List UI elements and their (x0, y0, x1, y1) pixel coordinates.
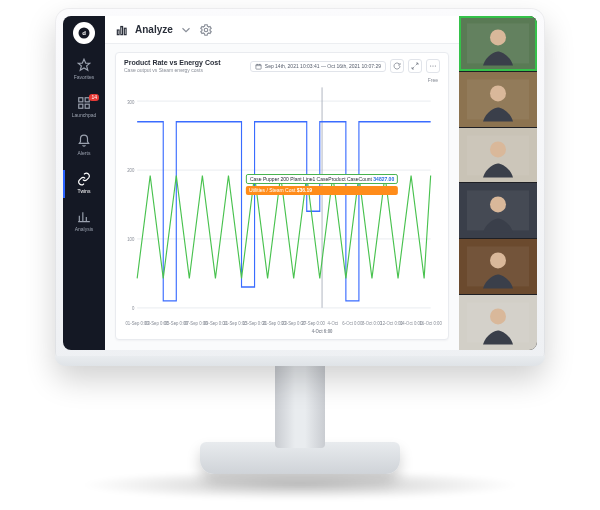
svg-rect-11 (256, 64, 261, 69)
monitor-frame: d Favorites 14 Launchpad (55, 8, 545, 366)
nav-alerts[interactable]: Alerts (63, 130, 105, 162)
app-root: d Favorites 14 Launchpad (63, 16, 537, 350)
video-tile[interactable] (459, 71, 537, 127)
legend-free-label: Free (428, 77, 438, 83)
svg-point-16 (435, 65, 436, 66)
nav-label: Favorites (74, 74, 95, 80)
svg-text:8-Oct 0:00: 8-Oct 0:00 (362, 321, 382, 327)
nav-label: Analysis (75, 226, 94, 232)
video-participants-panel (459, 16, 537, 350)
tooltip-series2-value: $36.19 (297, 187, 312, 193)
chart-tooltip: Case Pupper 200 Plant Line1 CaseProduct … (246, 174, 398, 195)
svg-point-60 (490, 309, 506, 325)
video-tile[interactable] (459, 238, 537, 294)
monitor-stand-neck (275, 362, 325, 448)
screen: d Favorites 14 Launchpad (63, 16, 537, 350)
more-button[interactable] (426, 59, 440, 73)
bell-icon (77, 134, 91, 148)
analyze-icon (115, 23, 129, 37)
nav-analysis[interactable]: Analysis (63, 206, 105, 238)
nav-label: Launchpad (72, 112, 97, 118)
star-icon (77, 58, 91, 72)
chart-area[interactable]: Free 010020030001-Sep 0:0003-Sep 0:0005-… (120, 75, 444, 335)
svg-text:16-Oct 0:00: 16-Oct 0:00 (419, 321, 442, 327)
svg-point-51 (490, 141, 506, 157)
video-tile[interactable] (459, 182, 537, 238)
chart-svg: 010020030001-Sep 0:0003-Sep 0:0005-Sep 0… (120, 75, 444, 335)
nav-label: Alerts (78, 150, 91, 156)
video-tile[interactable] (459, 16, 537, 71)
expand-button[interactable] (408, 59, 422, 73)
topbar-title: Analyze (135, 24, 173, 35)
svg-text:100: 100 (127, 237, 134, 243)
refresh-button[interactable] (390, 59, 404, 73)
svg-text:6-Oct 0:00: 6-Oct 0:00 (342, 321, 362, 327)
svg-text:d: d (82, 30, 86, 36)
svg-rect-3 (79, 98, 83, 102)
svg-text:200: 200 (127, 168, 134, 174)
chart-subtitle: Case output vs Steam energy costs (124, 67, 220, 73)
video-tile[interactable] (459, 294, 537, 350)
tooltip-series1-value: 34827.00 (373, 176, 394, 182)
svg-point-48 (490, 85, 506, 101)
svg-point-45 (490, 29, 506, 45)
topbar: Analyze (105, 16, 459, 44)
svg-text:4-Oct: 4-Oct (328, 321, 339, 327)
tooltip-series1-label: Case Pupper 200 Plant Line1 CaseProduct … (250, 176, 372, 182)
chart-card: Product Rate vs Energy Cost Case output … (115, 52, 449, 340)
chevron-down-icon[interactable] (179, 23, 193, 37)
svg-text:300: 300 (127, 99, 134, 105)
svg-rect-8 (121, 26, 123, 34)
svg-marker-2 (78, 59, 90, 70)
nav-label: Twins (78, 188, 91, 194)
svg-line-12 (416, 63, 418, 65)
date-range-text: Sep 14th, 2021 10:03:41 — Oct 16th, 2021… (265, 63, 381, 69)
video-tile[interactable] (459, 127, 537, 183)
card-header: Product Rate vs Energy Cost Case output … (116, 53, 448, 75)
svg-point-14 (430, 65, 431, 66)
chart-title: Product Rate vs Energy Cost (124, 59, 220, 66)
nav-twins[interactable]: Twins (63, 168, 105, 200)
nav-badge: 14 (89, 94, 99, 101)
svg-text:4-Oct 6:00: 4-Oct 6:00 (312, 328, 333, 334)
svg-rect-6 (85, 104, 89, 108)
svg-rect-7 (117, 30, 119, 35)
tooltip-series2-label: Utilities / Steam Cost (249, 187, 295, 193)
svg-point-54 (490, 197, 506, 213)
app-logo[interactable]: d (73, 22, 95, 44)
svg-line-13 (412, 67, 414, 69)
nav-launchpad[interactable]: 14 Launchpad (63, 92, 105, 124)
svg-text:0: 0 (132, 306, 135, 312)
svg-point-57 (490, 253, 506, 269)
svg-point-10 (204, 28, 208, 32)
card-toolbar: Sep 14th, 2021 10:03:41 — Oct 16th, 2021… (250, 59, 440, 73)
calendar-icon (255, 63, 262, 70)
main-panel: Analyze Product Rate vs Energy C (105, 16, 459, 350)
svg-text:27-Sep 0:00: 27-Sep 0:00 (302, 321, 326, 327)
nav-favorites[interactable]: Favorites (63, 54, 105, 86)
svg-rect-5 (79, 104, 83, 108)
sidebar: d Favorites 14 Launchpad (63, 16, 105, 350)
date-range-picker[interactable]: Sep 14th, 2021 10:03:41 — Oct 16th, 2021… (250, 61, 386, 72)
content-area: Product Rate vs Energy Cost Case output … (105, 44, 459, 350)
chart-icon (77, 210, 91, 224)
svg-point-15 (432, 65, 433, 66)
svg-rect-9 (124, 28, 126, 34)
monitor-shadow (80, 470, 520, 500)
link-icon (77, 172, 91, 186)
gear-icon[interactable] (199, 23, 213, 37)
